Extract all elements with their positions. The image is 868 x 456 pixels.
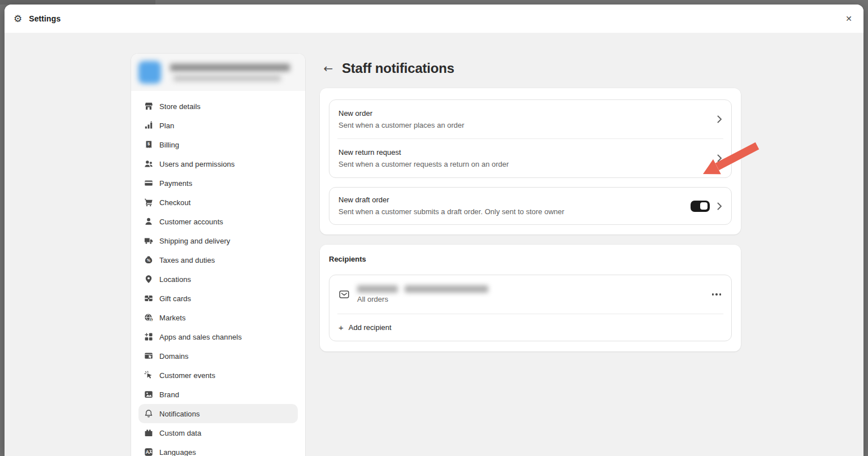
modal-title: Settings — [29, 14, 60, 23]
gear-icon: ⚙ — [14, 14, 22, 24]
notification-description: Sent when a customer requests a return o… — [338, 159, 509, 170]
sidebar-item-label: Checkout — [159, 198, 190, 207]
plus-icon: + — [338, 323, 344, 332]
sidebar-item-brand[interactable]: Brand — [138, 385, 298, 404]
sidebar-item-taxes-and-duties[interactable]: % Taxes and duties — [138, 250, 298, 270]
translate-icon: A — [144, 448, 153, 456]
image-icon — [144, 390, 153, 399]
store-header — [131, 54, 305, 91]
settings-modal: ⚙ Settings ✕ Store details Plan — [5, 5, 863, 456]
sidebar-item-label: Customer accounts — [159, 218, 223, 226]
page-title: Staff notifications — [342, 60, 454, 76]
credit-card-icon — [144, 179, 153, 188]
notification-row-new-order[interactable]: New order Sent when a customer places an… — [329, 100, 731, 138]
location-pin-icon — [144, 275, 153, 284]
sidebar-item-label: Taxes and duties — [159, 256, 215, 264]
truck-icon — [144, 236, 153, 246]
draft-order-toggle[interactable] — [691, 201, 710, 212]
sidebar-item-label: Payments — [159, 179, 192, 188]
ellipsis-icon[interactable] — [711, 290, 723, 299]
sidebar-item-custom-data[interactable]: Custom data — [138, 423, 298, 442]
sidebar-item-label: Shipping and delivery — [159, 237, 230, 245]
sidebar-item-store-details[interactable]: Store details — [138, 97, 298, 116]
notification-row-new-return-request[interactable]: New return request Sent when a customer … — [329, 139, 731, 177]
sidebar-item-apps-and-sales-channels[interactable]: Apps and sales channels — [138, 327, 298, 346]
modal-header: ⚙ Settings ✕ — [5, 5, 863, 33]
envelope-icon — [338, 289, 350, 300]
users-icon — [144, 159, 153, 169]
recipients-card: Recipients All orders + Add recipient — [320, 245, 741, 351]
bell-icon — [144, 409, 153, 419]
sidebar-item-users-and-permissions[interactable]: Users and permissions — [138, 154, 298, 173]
notification-title: New order — [338, 108, 465, 119]
recipients-heading: Recipients — [329, 255, 732, 263]
notification-title: New draft order — [338, 194, 565, 206]
database-icon — [144, 428, 153, 438]
sidebar-item-label: Brand — [159, 390, 179, 399]
close-icon[interactable]: ✕ — [841, 11, 857, 27]
sidebar-item-label: Plan — [159, 121, 174, 130]
storefront-icon — [144, 102, 153, 111]
sidebar-item-label: Gift cards — [159, 294, 191, 303]
sidebar-item-checkout[interactable]: Checkout — [138, 193, 298, 212]
sidebar-item-label: Apps and sales channels — [159, 333, 242, 341]
notification-description: Sent when a customer submits a draft ord… — [338, 206, 565, 218]
chevron-right-icon — [717, 202, 722, 210]
notification-group: New draft order Sent when a customer sub… — [329, 187, 732, 225]
backdrop — [0, 0, 155, 5]
sidebar-item-label: Store details — [159, 102, 201, 111]
globe-dollar-icon: $ — [144, 313, 153, 323]
plan-stairs-icon — [144, 121, 153, 131]
sidebar-item-domains[interactable]: Domains — [138, 346, 298, 366]
recipients-list: All orders + Add recipient — [329, 275, 732, 341]
browser-cursor-icon — [144, 351, 153, 361]
sidebar-item-label: Custom data — [159, 429, 201, 437]
store-name-redacted — [170, 64, 290, 81]
sidebar-item-plan[interactable]: Plan — [138, 116, 298, 135]
chevron-right-icon — [717, 154, 722, 162]
sidebar-item-label: Markets — [159, 314, 186, 322]
sidebar-item-label: Users and permissions — [159, 160, 235, 168]
notification-group: New order Sent when a customer places an… — [329, 99, 732, 178]
add-recipient-button[interactable]: + Add recipient — [329, 314, 731, 341]
sidebar-item-shipping-and-delivery[interactable]: Shipping and delivery — [138, 231, 298, 250]
sidebar-item-payments[interactable]: Payments — [138, 173, 298, 193]
sidebar-item-gift-cards[interactable]: Gift cards — [138, 289, 298, 308]
sidebar-item-languages[interactable]: A Languages — [138, 442, 298, 456]
sidebar-item-label: Notifications — [159, 410, 199, 418]
cursor-click-icon — [144, 371, 153, 380]
receipt-icon: $ — [144, 140, 153, 150]
apps-icon — [144, 332, 153, 342]
store-avatar — [138, 61, 161, 84]
notification-description: Sent when a customer places an order — [338, 120, 465, 131]
sidebar-item-label: Locations — [159, 275, 191, 284]
sidebar-item-label: Customer events — [159, 371, 215, 380]
svg-text:%: % — [146, 258, 150, 262]
back-arrow-icon[interactable]: ← — [321, 61, 336, 76]
chevron-right-icon — [717, 115, 722, 123]
sidebar-item-label: Billing — [159, 141, 179, 149]
notification-row-new-draft-order[interactable]: New draft order Sent when a customer sub… — [329, 188, 731, 224]
sidebar-item-locations[interactable]: Locations — [138, 270, 298, 289]
money-bag-percent-icon: % — [144, 255, 153, 265]
notification-title: New return request — [338, 147, 509, 158]
cart-icon — [144, 198, 153, 207]
sidebar-item-markets[interactable]: $ Markets — [138, 308, 298, 327]
sidebar-item-customer-accounts[interactable]: Customer accounts — [138, 212, 298, 231]
add-recipient-label: Add recipient — [349, 323, 392, 332]
sidebar-item-notifications[interactable]: Notifications — [138, 404, 298, 423]
recipient-row: All orders — [329, 275, 731, 314]
gift-card-icon — [144, 294, 153, 303]
modal-body: Store details Plan $ Billing Users and p… — [5, 33, 863, 456]
sidebar-item-billing[interactable]: $ Billing — [138, 135, 298, 154]
sidebar-nav-list: Store details Plan $ Billing Users and p… — [131, 91, 305, 456]
page-header: ← Staff notifications — [321, 58, 742, 79]
settings-sidebar: Store details Plan $ Billing Users and p… — [131, 54, 305, 456]
sidebar-item-label: Domains — [159, 352, 189, 361]
sidebar-item-label: Languages — [159, 448, 196, 456]
recipient-scope: All orders — [357, 294, 488, 305]
person-icon — [144, 217, 153, 227]
sidebar-item-customer-events[interactable]: Customer events — [138, 366, 298, 385]
recipient-email-redacted — [357, 284, 488, 293]
svg-text:A: A — [145, 449, 149, 455]
